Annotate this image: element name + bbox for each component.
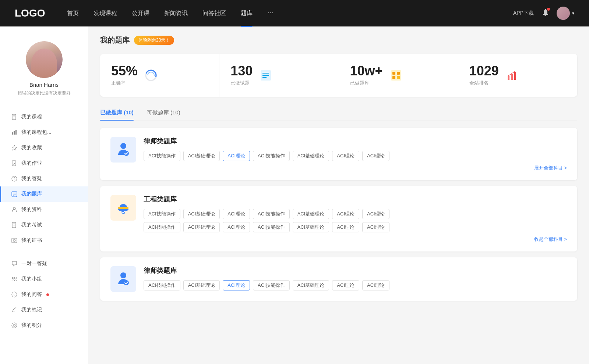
notification-bell[interactable] (541, 8, 549, 18)
tag-item[interactable]: ACI理论 (223, 222, 250, 232)
tag-item[interactable]: ACI理论 (332, 209, 359, 219)
header-right: APP下载 ▾ (513, 7, 574, 20)
tag-item[interactable]: ACI技能操作 (253, 280, 290, 290)
tag-item[interactable]: ACI理论 (362, 222, 389, 232)
trial-badge: 体验剩余23天！ (134, 36, 174, 45)
nav-discover[interactable]: 发现课程 (94, 8, 117, 19)
sidebar-label: 我的小组 (21, 276, 42, 282)
tab-available-banks[interactable]: 可做题库 (10) (147, 106, 180, 120)
svg-rect-38 (397, 72, 400, 75)
tab-done-banks[interactable]: 已做题库 (10) (100, 106, 134, 120)
tag-item[interactable]: ACI基础理论 (293, 209, 329, 219)
svg-point-31 (148, 72, 154, 79)
collapse-all-link[interactable]: 收起全部科目 > (534, 236, 567, 243)
user-name: Brian Harris (7, 82, 81, 88)
tag-item-selected[interactable]: ACI理论 (223, 151, 250, 161)
sidebar-item-notes[interactable]: 我的笔记 (0, 302, 88, 318)
tag-item[interactable]: ACI技能操作 (144, 280, 180, 290)
tag-item-selected[interactable]: ACI理论 (223, 280, 250, 290)
tag-item[interactable]: ACI基础理论 (183, 280, 220, 290)
tag-item[interactable]: ACI理论 (332, 280, 359, 290)
tag-item[interactable]: ACI基础理论 (183, 222, 220, 232)
sidebar-label: 我的考试 (21, 222, 42, 228)
sidebar-item-qa[interactable]: ? 我的答疑 (0, 171, 88, 186)
tag-item[interactable]: ACI技能操作 (144, 151, 180, 161)
sidebar-divider-2 (7, 252, 81, 252)
svg-rect-7 (15, 130, 17, 135)
tag-item[interactable]: ACI基础理论 (293, 151, 329, 161)
tag-item[interactable]: ACI技能操作 (253, 151, 290, 161)
tag-item[interactable]: ACI理论 (362, 280, 389, 290)
sidebar-item-my-course[interactable]: 我的课程 (0, 109, 88, 125)
exam-icon (11, 222, 18, 228)
stat-accuracy: 55% 正确率 (100, 54, 219, 97)
notification-dot (547, 8, 550, 11)
app-download-button[interactable]: APP下载 (513, 10, 534, 17)
sidebar-item-points[interactable]: 我的积分 (0, 318, 88, 333)
tag-item[interactable]: ACI技能操作 (253, 209, 290, 219)
nav-qbank[interactable]: 题库 (241, 8, 253, 19)
user-avatar-button[interactable]: ▾ (557, 7, 574, 20)
nav-more[interactable]: ··· (267, 8, 274, 19)
qbank-body: 工程类题库 ACI技能操作 ACI基础理论 ACI理论 ACI技能操作 ACI基… (144, 195, 567, 243)
tag-item[interactable]: ACI基础理论 (293, 222, 329, 232)
tags-row-2: ACI技能操作 ACI基础理论 ACI理论 ACI技能操作 ACI基础理论 AC… (144, 222, 567, 232)
svg-rect-43 (514, 72, 516, 80)
tag-item[interactable]: ACI理论 (362, 209, 389, 219)
tag-item[interactable]: ACI理论 (332, 222, 359, 232)
certificate-icon (11, 237, 18, 244)
sidebar-item-homework[interactable]: 我的作业 (0, 156, 88, 171)
sidebar-item-exam[interactable]: 我的考试 (0, 217, 88, 233)
tag-item[interactable]: ACI技能操作 (144, 222, 180, 232)
qbank-title: 工程类题库 (144, 195, 567, 204)
question-icon: ? (11, 175, 18, 182)
group-icon (11, 276, 18, 282)
sidebar-item-favorites[interactable]: 我的收藏 (0, 140, 88, 156)
sidebar-menu: 我的课程 我的课程包... 我的收藏 我的作业 (0, 108, 88, 335)
svg-text:?: ? (13, 293, 15, 297)
nav-open-course[interactable]: 公开课 (132, 8, 149, 19)
list-icon (258, 68, 273, 83)
tag-item[interactable]: ACI技能操作 (253, 222, 290, 232)
svg-rect-5 (12, 132, 13, 135)
expand-link-row: 展开全部科目 > (144, 165, 567, 171)
nav-home[interactable]: 首页 (67, 8, 79, 19)
sidebar-item-questions[interactable]: ? 我的问答 (0, 287, 88, 302)
nav-news[interactable]: 新闻资讯 (164, 8, 188, 19)
expand-all-link[interactable]: 展开全部科目 > (534, 165, 567, 171)
tag-item[interactable]: ACI基础理论 (293, 280, 329, 290)
collapse-link-row: 收起全部科目 > (144, 236, 567, 243)
tag-item[interactable]: ACI基础理论 (183, 151, 220, 161)
tag-item[interactable]: ACI基础理论 (183, 209, 220, 219)
user-motto: 错误的决定比没有决定要好 (7, 90, 81, 96)
stat-banks-text: 10w+ 已做题库 (350, 64, 383, 86)
svg-point-27 (12, 323, 17, 328)
qmark-icon: ? (11, 291, 18, 298)
stats-row: 55% 正确率 130 已做试题 (100, 54, 577, 97)
tag-item[interactable]: ACI理论 (362, 151, 389, 161)
header: LOGO 首页 发现课程 公开课 新闻资讯 问答社区 题库 ··· APP下载 … (0, 0, 589, 26)
svg-rect-42 (511, 74, 513, 80)
qbank-header: 律师类题库 ACI技能操作 ACI基础理论 ACI理论 ACI技能操作 ACI基… (110, 137, 567, 171)
sidebar-label: 我的答疑 (21, 175, 42, 182)
user-avatar (557, 7, 570, 20)
stat-rank: 1029 全站排名 (458, 54, 577, 97)
nav-qa[interactable]: 问答社区 (202, 8, 226, 19)
sidebar-item-profile[interactable]: 我的资料 (0, 202, 88, 217)
tag-item[interactable]: ACI理论 (223, 209, 250, 219)
logo: LOGO (15, 7, 45, 19)
tag-item[interactable]: ACI技能操作 (144, 209, 180, 219)
main-content: 我的题库 体验剩余23天！ 55% 正确率 (88, 26, 589, 364)
sidebar-item-1on1[interactable]: 一对一答疑 (0, 256, 88, 271)
sidebar-item-certificate[interactable]: 我的证书 (0, 233, 88, 248)
grid-icon (389, 68, 403, 83)
tags-row: ACI技能操作 ACI基础理论 ACI理论 ACI技能操作 ACI基础理论 AC… (144, 280, 567, 290)
svg-rect-9 (12, 161, 16, 166)
sidebar-item-group[interactable]: 我的小组 (0, 271, 88, 287)
tag-item[interactable]: ACI理论 (332, 151, 359, 161)
svg-point-51 (120, 272, 126, 278)
sidebar-item-course-pack[interactable]: 我的课程包... (0, 125, 88, 140)
user-profile: Brian Harris 错误的决定比没有决定要好 (0, 34, 88, 100)
sidebar: Brian Harris 错误的决定比没有决定要好 我的课程 我的课程包... (0, 26, 88, 364)
sidebar-item-qbank[interactable]: 我的题库 (0, 186, 88, 202)
